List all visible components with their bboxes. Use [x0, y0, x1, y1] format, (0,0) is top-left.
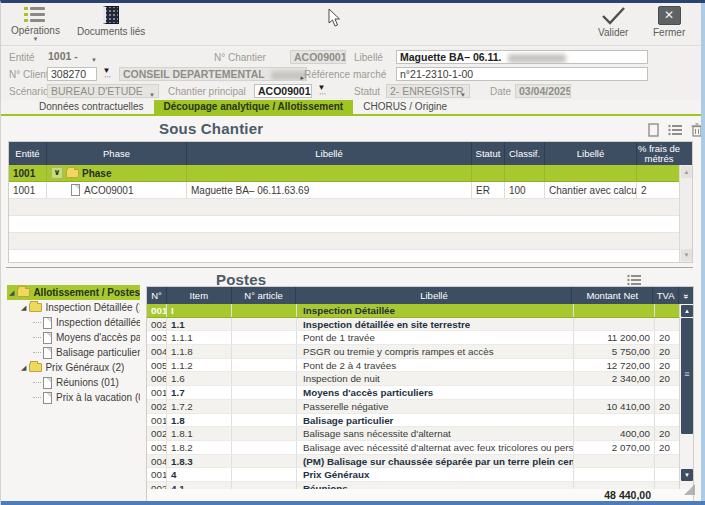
tab-chorus-origine[interactable]: CHORUS / Origine: [353, 100, 457, 114]
cell-libelle: PSGR ou tremie y compris rampes et accès: [297, 345, 574, 358]
cell-tva: 20: [655, 331, 681, 344]
fermer-button[interactable]: ✕ Fermer: [653, 6, 685, 38]
cell-libelle2: [545, 165, 637, 181]
cell-item: 1.6: [167, 372, 232, 385]
column-header[interactable]: N° article: [232, 287, 297, 304]
empty-row: [9, 233, 692, 250]
column-header[interactable]: % frais de métrés: [637, 142, 681, 165]
tree-item[interactable]: Moyens d'accès particuliers (02): [7, 330, 140, 345]
tree-item[interactable]: ◢Allotissement / Postes: [7, 285, 140, 300]
column-header[interactable]: Montant Net: [572, 287, 653, 304]
tab-decoupage-analytique[interactable]: Découpage analytique / Allotissement: [154, 100, 354, 114]
postes-row[interactable]: 0011.7Moyens d'accès particuliers: [147, 386, 693, 400]
operations-button[interactable]: Opérations ▼: [11, 6, 60, 42]
cell-tva: [655, 318, 681, 331]
cell-item: 1.1.2: [167, 359, 232, 372]
sous-chantier-row[interactable]: 1001 ACO09001 Maguette BA– 06.11.63.69 E…: [9, 182, 692, 199]
postes-row[interactable]: 001IInspection Détaillée: [147, 304, 693, 318]
phase-group-row[interactable]: 1001 ∨ Phase: [9, 165, 692, 182]
libelle-field[interactable]: Maguette BA– 06.11.: [396, 50, 648, 64]
cell-article: [232, 441, 297, 454]
client-name-field[interactable]: CONSEIL DEPARTEMENTAL ▸: [119, 67, 307, 81]
resize-grip[interactable]: [684, 484, 695, 495]
column-header[interactable]: Entité: [9, 142, 47, 165]
tab-donnees-contractuelles[interactable]: Données contractuelles: [29, 100, 154, 114]
cell-tva: 20: [655, 372, 681, 385]
redacted-text: [508, 54, 566, 63]
cell-entite: 1001: [9, 165, 47, 181]
window-edge-bottom: [1, 501, 705, 505]
column-header[interactable]: Item: [167, 287, 232, 304]
reference-field[interactable]: n°21-2310-1-00: [396, 67, 648, 81]
cell-classif: [505, 165, 545, 181]
cell-libelle: Balisage sans nécessite d'alternat: [297, 427, 574, 440]
cell-tva: [655, 304, 681, 317]
column-header[interactable]: Phase: [47, 142, 187, 165]
postes-row[interactable]: 0021.7.2Passerelle négative10 410,0020: [147, 400, 693, 414]
valider-button[interactable]: Valider: [598, 6, 628, 38]
tree-item[interactable]: Balisage particulier (03): [7, 345, 140, 360]
scroll-up-icon[interactable]: ▲: [681, 166, 692, 178]
postes-row[interactable]: 0051.1.2Pont de 2 à 4 travées12 720,0020: [147, 359, 693, 373]
tree-item[interactable]: Réunions (01): [7, 375, 140, 390]
column-header[interactable]: Libellé: [545, 142, 637, 165]
sous-chantier-scrollbar[interactable]: ▲ ▼: [679, 165, 692, 262]
collapse-icon[interactable]: ∨: [51, 167, 63, 179]
cell-libelle: Pont de 1 travée: [297, 331, 574, 344]
client-field[interactable]: 308270: [47, 67, 97, 81]
expand-icon[interactable]: ◢: [21, 364, 26, 372]
scroll-down-icon[interactable]: ▼: [681, 249, 692, 261]
date-field[interactable]: 03/04/2025: [515, 84, 571, 98]
cell-montant: [574, 414, 655, 427]
postes-row[interactable]: 0061.6Inspection de nuit2 340,0020: [147, 372, 693, 386]
column-header[interactable]: Libellé: [296, 287, 572, 304]
expand-icon[interactable]: ◢: [9, 289, 14, 297]
scroll-thumb[interactable]: [681, 318, 693, 434]
statut-select[interactable]: 2- ENREGISTR▼: [386, 84, 470, 98]
tree-connector: [33, 397, 41, 398]
list-view-icon[interactable]: [668, 124, 682, 136]
folder-icon: [29, 303, 42, 312]
postes-scrollbar[interactable]: ▲ ▼: [679, 304, 693, 489]
chantier-principal-field[interactable]: ACO09001: [254, 84, 312, 98]
postes-row[interactable]: 0041.1.8PSGR ou tremie y compris rampes …: [147, 345, 693, 359]
documents-lies-button[interactable]: Documents liés: [77, 6, 145, 37]
tree-item[interactable]: ◢Inspection Détaillée (1): [7, 300, 140, 315]
postes-row[interactable]: 0021.1Inspection détaillée en site terre…: [147, 318, 693, 332]
column-header[interactable]: Classif.: [505, 142, 545, 165]
cell-item: 1.1: [167, 318, 232, 331]
postes-row[interactable]: 0041.8.3(PM) Balisage sur chaussée sépar…: [147, 455, 693, 469]
column-header[interactable]: TVA: [653, 287, 679, 304]
chantier-field[interactable]: ACO09001: [290, 50, 346, 64]
date-label: Date: [490, 86, 511, 97]
postes-row[interactable]: 0011.8Balisage particulier: [147, 414, 693, 428]
scroll-down-icon[interactable]: ▼: [681, 469, 693, 481]
collapse-columns-icon[interactable]: »: [679, 287, 693, 304]
postes-row[interactable]: 0031.8.2Balisage avec nécessité d'altern…: [147, 441, 693, 455]
tree-item[interactable]: ◢Prix Généraux (2): [7, 360, 140, 375]
expand-icon[interactable]: ◢: [21, 304, 26, 312]
tree-item[interactable]: Prix à la vacation (02): [7, 390, 140, 405]
client-lookup-button[interactable]: ▼⋯: [101, 67, 115, 82]
postes-rows: 001IInspection Détaillée0021.1Inspection…: [147, 304, 693, 503]
list-view-icon[interactable]: [627, 274, 641, 286]
chantier-label: N° Chantier: [214, 52, 266, 63]
scenario-select[interactable]: BUREAU D'ETUDE▼: [47, 84, 159, 98]
chantier-principal-lookup-button[interactable]: ▼⋯: [316, 84, 330, 99]
postes-row[interactable]: 0014Prix Généraux: [147, 468, 693, 482]
cell-no: 002: [147, 427, 167, 440]
column-header[interactable]: Libellé: [187, 142, 472, 165]
tree-item[interactable]: Inspection détaillée en site terrestre: [7, 315, 140, 330]
entite-select[interactable]: 1001 -▼: [45, 50, 100, 64]
scroll-up-icon[interactable]: ▲: [681, 305, 693, 317]
tree-item-label: Inspection Détaillée (1): [45, 302, 140, 313]
operations-label: Opérations: [11, 25, 60, 36]
column-header[interactable]: Statut: [472, 142, 505, 165]
cell-no: 001: [147, 468, 167, 481]
cell-montant: [574, 386, 655, 399]
column-header[interactable]: N°: [147, 287, 167, 304]
tree-item-label: Inspection détaillée en site terrestre: [56, 317, 140, 328]
postes-row[interactable]: 0021.8.1Balisage sans nécessite d'altern…: [147, 427, 693, 441]
new-record-icon[interactable]: [648, 123, 659, 137]
postes-row[interactable]: 0031.1.1Pont de 1 travée11 200,0020: [147, 331, 693, 345]
